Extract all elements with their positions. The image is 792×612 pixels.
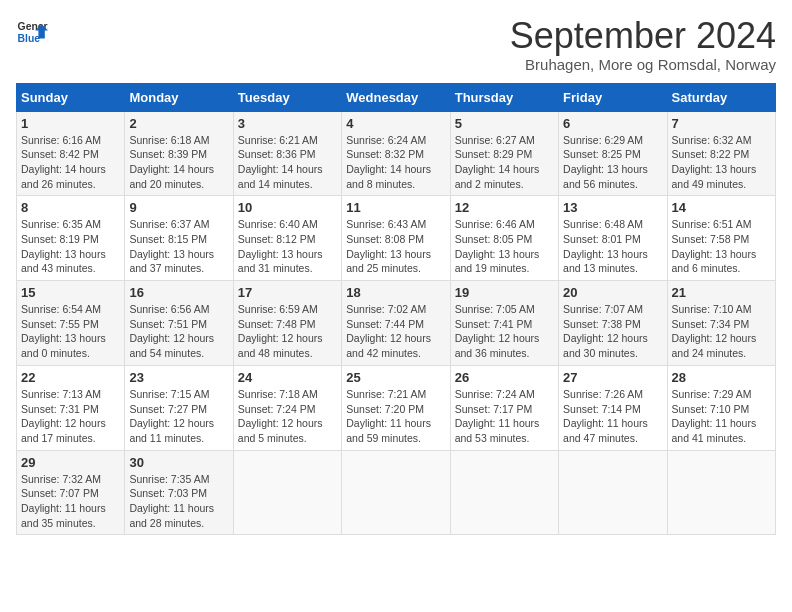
calendar-week-row: 8Sunrise: 6:35 AM Sunset: 8:19 PM Daylig… [17, 196, 776, 281]
day-info: Sunrise: 6:16 AM Sunset: 8:42 PM Dayligh… [21, 133, 120, 192]
day-number: 16 [129, 285, 228, 300]
day-number: 22 [21, 370, 120, 385]
day-number: 4 [346, 116, 445, 131]
day-info: Sunrise: 6:21 AM Sunset: 8:36 PM Dayligh… [238, 133, 337, 192]
calendar-day-cell: 12Sunrise: 6:46 AM Sunset: 8:05 PM Dayli… [450, 196, 558, 281]
day-number: 27 [563, 370, 662, 385]
calendar-day-cell: 6Sunrise: 6:29 AM Sunset: 8:25 PM Daylig… [559, 111, 667, 196]
calendar-day-cell: 27Sunrise: 7:26 AM Sunset: 7:14 PM Dayli… [559, 365, 667, 450]
day-info: Sunrise: 6:48 AM Sunset: 8:01 PM Dayligh… [563, 217, 662, 276]
calendar-day-cell: 10Sunrise: 6:40 AM Sunset: 8:12 PM Dayli… [233, 196, 341, 281]
day-info: Sunrise: 6:27 AM Sunset: 8:29 PM Dayligh… [455, 133, 554, 192]
day-number: 8 [21, 200, 120, 215]
calendar-day-cell: 11Sunrise: 6:43 AM Sunset: 8:08 PM Dayli… [342, 196, 450, 281]
day-info: Sunrise: 6:35 AM Sunset: 8:19 PM Dayligh… [21, 217, 120, 276]
day-info: Sunrise: 7:05 AM Sunset: 7:41 PM Dayligh… [455, 302, 554, 361]
calendar-day-cell: 2Sunrise: 6:18 AM Sunset: 8:39 PM Daylig… [125, 111, 233, 196]
calendar-day-cell: 29Sunrise: 7:32 AM Sunset: 7:07 PM Dayli… [17, 450, 125, 535]
calendar-day-cell: 13Sunrise: 6:48 AM Sunset: 8:01 PM Dayli… [559, 196, 667, 281]
day-number: 23 [129, 370, 228, 385]
weekday-header: Tuesday [233, 83, 341, 111]
day-info: Sunrise: 7:32 AM Sunset: 7:07 PM Dayligh… [21, 472, 120, 531]
calendar-day-cell: 9Sunrise: 6:37 AM Sunset: 8:15 PM Daylig… [125, 196, 233, 281]
calendar-day-cell [667, 450, 775, 535]
calendar-day-cell: 23Sunrise: 7:15 AM Sunset: 7:27 PM Dayli… [125, 365, 233, 450]
day-number: 18 [346, 285, 445, 300]
day-info: Sunrise: 7:15 AM Sunset: 7:27 PM Dayligh… [129, 387, 228, 446]
calendar-header-row: SundayMondayTuesdayWednesdayThursdayFrid… [17, 83, 776, 111]
day-number: 21 [672, 285, 771, 300]
day-number: 28 [672, 370, 771, 385]
calendar-week-row: 29Sunrise: 7:32 AM Sunset: 7:07 PM Dayli… [17, 450, 776, 535]
calendar-day-cell: 22Sunrise: 7:13 AM Sunset: 7:31 PM Dayli… [17, 365, 125, 450]
day-info: Sunrise: 6:54 AM Sunset: 7:55 PM Dayligh… [21, 302, 120, 361]
day-info: Sunrise: 6:43 AM Sunset: 8:08 PM Dayligh… [346, 217, 445, 276]
calendar-day-cell: 14Sunrise: 6:51 AM Sunset: 7:58 PM Dayli… [667, 196, 775, 281]
calendar-day-cell: 16Sunrise: 6:56 AM Sunset: 7:51 PM Dayli… [125, 281, 233, 366]
calendar-day-cell: 18Sunrise: 7:02 AM Sunset: 7:44 PM Dayli… [342, 281, 450, 366]
calendar-week-row: 1Sunrise: 6:16 AM Sunset: 8:42 PM Daylig… [17, 111, 776, 196]
day-info: Sunrise: 6:18 AM Sunset: 8:39 PM Dayligh… [129, 133, 228, 192]
calendar-day-cell [559, 450, 667, 535]
month-title: September 2024 [510, 16, 776, 56]
calendar-day-cell: 28Sunrise: 7:29 AM Sunset: 7:10 PM Dayli… [667, 365, 775, 450]
day-number: 5 [455, 116, 554, 131]
day-info: Sunrise: 6:29 AM Sunset: 8:25 PM Dayligh… [563, 133, 662, 192]
day-info: Sunrise: 6:56 AM Sunset: 7:51 PM Dayligh… [129, 302, 228, 361]
calendar-day-cell: 8Sunrise: 6:35 AM Sunset: 8:19 PM Daylig… [17, 196, 125, 281]
logo-icon: General Blue [16, 16, 48, 48]
day-info: Sunrise: 7:13 AM Sunset: 7:31 PM Dayligh… [21, 387, 120, 446]
calendar-day-cell: 25Sunrise: 7:21 AM Sunset: 7:20 PM Dayli… [342, 365, 450, 450]
day-number: 29 [21, 455, 120, 470]
location-subtitle: Bruhagen, More og Romsdal, Norway [510, 56, 776, 73]
calendar-day-cell: 17Sunrise: 6:59 AM Sunset: 7:48 PM Dayli… [233, 281, 341, 366]
weekday-header: Sunday [17, 83, 125, 111]
day-info: Sunrise: 7:02 AM Sunset: 7:44 PM Dayligh… [346, 302, 445, 361]
day-info: Sunrise: 7:26 AM Sunset: 7:14 PM Dayligh… [563, 387, 662, 446]
day-info: Sunrise: 7:21 AM Sunset: 7:20 PM Dayligh… [346, 387, 445, 446]
day-number: 19 [455, 285, 554, 300]
calendar-day-cell [233, 450, 341, 535]
calendar-day-cell: 24Sunrise: 7:18 AM Sunset: 7:24 PM Dayli… [233, 365, 341, 450]
calendar-week-row: 15Sunrise: 6:54 AM Sunset: 7:55 PM Dayli… [17, 281, 776, 366]
calendar-day-cell: 1Sunrise: 6:16 AM Sunset: 8:42 PM Daylig… [17, 111, 125, 196]
day-number: 15 [21, 285, 120, 300]
logo: General Blue [16, 16, 48, 48]
day-number: 3 [238, 116, 337, 131]
day-info: Sunrise: 7:18 AM Sunset: 7:24 PM Dayligh… [238, 387, 337, 446]
day-number: 9 [129, 200, 228, 215]
day-info: Sunrise: 7:07 AM Sunset: 7:38 PM Dayligh… [563, 302, 662, 361]
day-number: 1 [21, 116, 120, 131]
day-number: 26 [455, 370, 554, 385]
calendar-day-cell: 30Sunrise: 7:35 AM Sunset: 7:03 PM Dayli… [125, 450, 233, 535]
svg-text:Blue: Blue [18, 33, 41, 44]
calendar-day-cell: 4Sunrise: 6:24 AM Sunset: 8:32 PM Daylig… [342, 111, 450, 196]
day-info: Sunrise: 7:29 AM Sunset: 7:10 PM Dayligh… [672, 387, 771, 446]
day-number: 14 [672, 200, 771, 215]
calendar-day-cell [342, 450, 450, 535]
calendar-table: SundayMondayTuesdayWednesdayThursdayFrid… [16, 83, 776, 536]
day-info: Sunrise: 7:24 AM Sunset: 7:17 PM Dayligh… [455, 387, 554, 446]
day-info: Sunrise: 6:32 AM Sunset: 8:22 PM Dayligh… [672, 133, 771, 192]
weekday-header: Wednesday [342, 83, 450, 111]
calendar-day-cell: 15Sunrise: 6:54 AM Sunset: 7:55 PM Dayli… [17, 281, 125, 366]
day-number: 2 [129, 116, 228, 131]
weekday-header: Saturday [667, 83, 775, 111]
day-info: Sunrise: 6:40 AM Sunset: 8:12 PM Dayligh… [238, 217, 337, 276]
header: General Blue September 2024 Bruhagen, Mo… [16, 16, 776, 73]
calendar-day-cell: 3Sunrise: 6:21 AM Sunset: 8:36 PM Daylig… [233, 111, 341, 196]
day-number: 10 [238, 200, 337, 215]
day-number: 30 [129, 455, 228, 470]
day-number: 11 [346, 200, 445, 215]
title-section: September 2024 Bruhagen, More og Romsdal… [510, 16, 776, 73]
day-number: 13 [563, 200, 662, 215]
calendar-day-cell: 7Sunrise: 6:32 AM Sunset: 8:22 PM Daylig… [667, 111, 775, 196]
weekday-header: Thursday [450, 83, 558, 111]
day-info: Sunrise: 6:46 AM Sunset: 8:05 PM Dayligh… [455, 217, 554, 276]
day-number: 20 [563, 285, 662, 300]
calendar-day-cell [450, 450, 558, 535]
day-info: Sunrise: 6:37 AM Sunset: 8:15 PM Dayligh… [129, 217, 228, 276]
calendar-week-row: 22Sunrise: 7:13 AM Sunset: 7:31 PM Dayli… [17, 365, 776, 450]
calendar-day-cell: 21Sunrise: 7:10 AM Sunset: 7:34 PM Dayli… [667, 281, 775, 366]
day-info: Sunrise: 6:59 AM Sunset: 7:48 PM Dayligh… [238, 302, 337, 361]
